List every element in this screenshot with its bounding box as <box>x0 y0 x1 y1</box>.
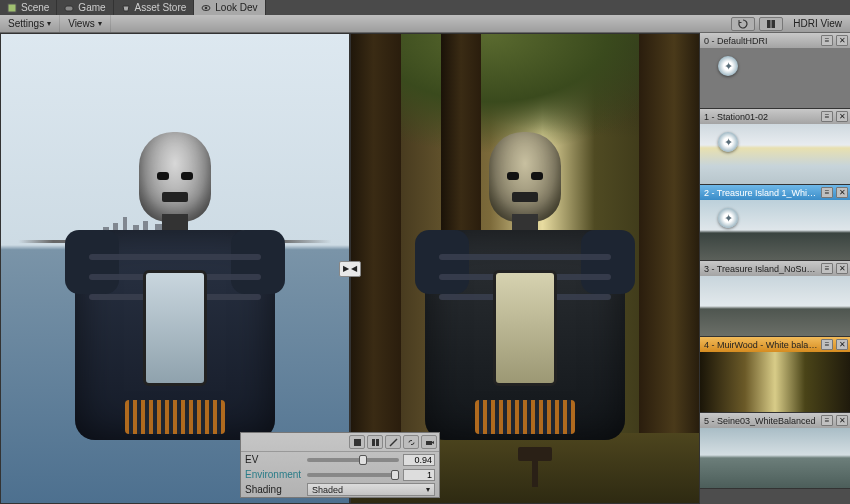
hdri-thumbnail[interactable]: ✦ <box>700 48 850 108</box>
tab-scene[interactable]: Scene <box>0 0 57 15</box>
hdri-view-label: HDRI View <box>785 18 850 29</box>
svg-rect-6 <box>354 439 361 446</box>
diag-icon <box>389 438 398 447</box>
environment-probe-icon: ✦ <box>718 132 738 152</box>
shading-row: Shading Shaded ▾ <box>241 482 439 497</box>
svg-point-3 <box>205 6 208 9</box>
hdri-remove-button[interactable]: ✕ <box>836 415 848 426</box>
hdri-item-header[interactable]: 0 - DefaultHDRI≡✕ <box>700 33 850 48</box>
tab-bar: Scene Game Asset Store Look Dev <box>0 0 850 15</box>
arrow-right-icon: ▶ <box>343 264 349 273</box>
hdri-remove-button[interactable]: ✕ <box>836 111 848 122</box>
environment-probe-icon: ✦ <box>718 56 738 76</box>
hdri-item[interactable]: 1 - Station01-02≡✕✦ <box>700 109 850 185</box>
ev-slider[interactable] <box>307 458 399 462</box>
hdri-remove-button[interactable]: ✕ <box>836 187 848 198</box>
view-controls-panel: EV Environment Shading Shaded ▾ <box>240 432 440 498</box>
hdri-item[interactable]: 5 - Seine03_WhiteBalanced≡✕ <box>700 413 850 489</box>
ev-field[interactable] <box>403 454 435 466</box>
views-label: Views <box>68 18 95 29</box>
hdri-item[interactable]: 0 - DefaultHDRI≡✕✦ <box>700 33 850 109</box>
hdri-item-header[interactable]: 4 - MuirWood - White balanced≡✕ <box>700 337 850 352</box>
layout-split-button[interactable] <box>367 435 383 449</box>
sync-button[interactable] <box>731 17 755 31</box>
environment-label: Environment <box>245 469 303 480</box>
hdri-item-header[interactable]: 1 - Station01-02≡✕ <box>700 109 850 124</box>
camera-icon <box>425 438 434 447</box>
environment-row: Environment <box>241 467 439 482</box>
chevron-down-icon: ▾ <box>98 19 102 28</box>
svg-rect-4 <box>767 20 771 28</box>
layout-single-button[interactable] <box>349 435 365 449</box>
single-icon <box>353 438 362 447</box>
control-toolbar <box>241 433 439 452</box>
hdri-item-name: 2 - Treasure Island 1_White balan <box>704 188 818 198</box>
hdri-thumbnail[interactable]: ✦ <box>700 124 850 184</box>
hdri-menu-button[interactable]: ≡ <box>821 187 833 198</box>
preview-model <box>410 132 640 452</box>
layout-zone-button[interactable] <box>385 435 401 449</box>
settings-dropdown[interactable]: Settings ▾ <box>0 15 60 32</box>
hdri-menu-button[interactable]: ≡ <box>821 263 833 274</box>
hdri-thumbnail[interactable] <box>700 428 850 488</box>
tab-label: Look Dev <box>215 2 257 13</box>
ev-slider-thumb[interactable] <box>359 455 367 465</box>
hdri-thumbnail[interactable] <box>700 352 850 412</box>
split-handle[interactable]: ▶ ◀ <box>339 261 361 277</box>
svg-rect-0 <box>8 4 16 12</box>
views-dropdown[interactable]: Views ▾ <box>60 15 111 32</box>
scene-icon <box>7 3 17 13</box>
hdri-thumbnail[interactable]: ✦ <box>700 200 850 260</box>
hdri-item[interactable]: 4 - MuirWood - White balanced≡✕ <box>700 337 850 413</box>
hdri-item-name: 5 - Seine03_WhiteBalanced <box>704 416 818 426</box>
hdri-panel[interactable]: 0 - DefaultHDRI≡✕✦1 - Station01-02≡✕✦2 -… <box>700 33 850 504</box>
ev-label: EV <box>245 454 303 465</box>
settings-label: Settings <box>8 18 44 29</box>
environment-field[interactable] <box>403 469 435 481</box>
settings-button[interactable] <box>421 435 437 449</box>
hdri-item-header[interactable]: 5 - Seine03_WhiteBalanced≡✕ <box>700 413 850 428</box>
eye-icon <box>201 3 211 13</box>
chevron-down-icon: ▾ <box>47 19 51 28</box>
environment-slider-thumb[interactable] <box>391 470 399 480</box>
hdri-menu-button[interactable]: ≡ <box>821 415 833 426</box>
tab-label: Asset Store <box>135 2 187 13</box>
hdri-remove-button[interactable]: ✕ <box>836 263 848 274</box>
tab-asset-store[interactable]: Asset Store <box>114 0 195 15</box>
ev-row: EV <box>241 452 439 467</box>
link-icon <box>407 438 416 447</box>
side-by-side-button[interactable] <box>759 17 783 31</box>
hdri-item-name: 4 - MuirWood - White balanced <box>704 340 818 350</box>
game-icon <box>64 3 74 13</box>
preview-model <box>60 132 290 452</box>
environment-probe-icon: ✦ <box>718 208 738 228</box>
hdri-remove-button[interactable]: ✕ <box>836 339 848 350</box>
hdri-item[interactable]: 2 - Treasure Island 1_White balan≡✕✦ <box>700 185 850 261</box>
hdri-item[interactable]: 3 - Treasure Island_NoSun - Whit≡✕ <box>700 261 850 337</box>
hdri-item-name: 0 - DefaultHDRI <box>704 36 818 46</box>
shading-value: Shaded <box>312 485 343 495</box>
hdri-menu-button[interactable]: ≡ <box>821 111 833 122</box>
shading-label: Shading <box>245 484 303 495</box>
hdri-item-name: 1 - Station01-02 <box>704 112 818 122</box>
split-icon <box>766 19 776 29</box>
link-views-button[interactable] <box>403 435 419 449</box>
tab-label: Game <box>78 2 105 13</box>
svg-rect-9 <box>426 441 432 445</box>
chevron-down-icon: ▾ <box>426 485 430 494</box>
svg-rect-5 <box>772 20 776 28</box>
hdri-item-header[interactable]: 2 - Treasure Island 1_White balan≡✕ <box>700 185 850 200</box>
hdri-thumbnail[interactable] <box>700 276 850 336</box>
tab-game[interactable]: Game <box>57 0 113 15</box>
vsplit-icon <box>371 438 380 447</box>
hdri-remove-button[interactable]: ✕ <box>836 35 848 46</box>
tab-look-dev[interactable]: Look Dev <box>194 0 265 15</box>
environment-slider[interactable] <box>307 473 399 477</box>
shading-dropdown[interactable]: Shaded ▾ <box>307 483 435 496</box>
hdri-menu-button[interactable]: ≡ <box>821 339 833 350</box>
hdri-menu-button[interactable]: ≡ <box>821 35 833 46</box>
arrow-left-icon: ◀ <box>351 264 357 273</box>
svg-rect-8 <box>376 439 379 446</box>
hdri-item-header[interactable]: 3 - Treasure Island_NoSun - Whit≡✕ <box>700 261 850 276</box>
svg-rect-1 <box>65 6 73 11</box>
